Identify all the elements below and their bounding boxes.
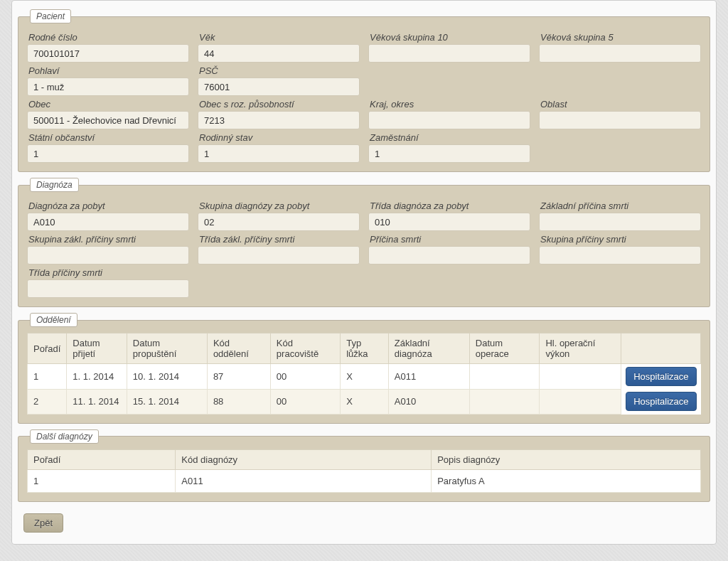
field-obec-roz: Obec s roz. působností [198,99,360,129]
field-vek-skupina-5: Věková skupina 5 [539,32,701,63]
input-pricina-smrti[interactable] [368,246,530,265]
hospitalizace-button[interactable]: Hospitalizace [626,367,696,386]
input-obec[interactable] [27,111,189,129]
label-vek: Věk [198,32,360,43]
legend-diagnoza: Diagnóza [30,178,79,192]
label-rodinny-stav: Rodinný stav [198,132,360,143]
th-poradi[interactable]: Pořadí [28,333,67,364]
input-vek-skupina-5[interactable] [539,44,701,63]
th-dd-popis[interactable]: Popis diagnózy [432,449,701,469]
field-statni-obcanstvi: Státní občanství [27,132,189,163]
input-trida-pricina-smrti[interactable] [27,279,189,298]
field-oblast: Oblast [539,99,701,129]
label-pricina-smrti: Příčina smrti [368,234,530,245]
field-vek-skupina-10: Věková skupina 10 [368,32,530,63]
label-zakl-pricina-smrti: Základní příčina smrti [539,201,701,211]
th-datum-propusteni[interactable]: Datum propuštění [127,333,207,364]
field-kraj-okres: Kraj, okres [368,99,530,129]
input-rodinny-stav[interactable] [198,144,360,163]
input-kraj-okres[interactable] [368,111,530,129]
input-zakl-pricina-smrti[interactable] [539,213,701,231]
table-row: 1A011Paratyfus A [28,469,701,492]
input-oblast[interactable] [539,111,701,129]
label-skup-zakl-pricina: Skupina zákl. příčiny smrti [27,234,189,245]
th-kod-oddeleni[interactable]: Kód oddělení [207,333,270,364]
th-typ-luzka[interactable]: Typ lůžka [341,333,389,364]
field-diag-pobyt: Diagnóza za pobyt [27,201,189,231]
field-zamestnani: Zaměstnání [368,132,530,163]
cell-kod_oddeleni: 88 [207,389,270,414]
input-skup-diag-pobyt[interactable] [198,213,360,231]
cell-kod_oddeleni: 87 [207,364,270,390]
field-obec: Obec [27,99,189,129]
label-obec: Obec [27,99,189,109]
field-zakl-pricina-smrti: Základní příčina smrti [539,201,701,231]
cell-action: Hospitalizace [621,389,701,414]
label-skup-diag-pobyt: Skupina diagnózy za pobyt [198,201,360,211]
label-trida-pricina-smrti: Třída příčiny smrti [27,267,189,278]
fieldset-oddeleni: Oddělení Pořadí Datum přijetí Datum prop… [18,313,710,424]
cell-poradi: 2 [28,389,67,414]
field-trida-diag-pobyt: Třída diagnóza za pobyt [368,201,530,231]
cell-kod: A011 [176,469,432,492]
field-vek: Věk [198,32,360,63]
cell-typ_luzka: X [341,389,389,414]
fieldset-diagnoza: Diagnóza Diagnóza za pobyt Skupina diagn… [18,178,710,307]
field-skup-zakl-pricina: Skupina zákl. příčiny smrti [27,234,189,265]
field-skup-pricina-smrti: Skupina příčiny smrti [539,234,701,265]
cell-hl_operacni_vykon [540,364,621,390]
table-row: 11. 1. 201410. 1. 20148700XA011Hospitali… [28,364,701,390]
label-rodne-cislo: Rodné číslo [27,32,189,43]
th-dd-kod[interactable]: Kód diagnózy [176,449,432,469]
cell-kod_pracoviste: 00 [270,389,340,414]
label-skup-pricina-smrti: Skupina příčiny smrti [539,234,701,245]
legend-dalsi-diagnozy: Další diagnózy [30,429,99,444]
field-trida-pricina-smrti: Třída příčiny smrti [27,267,189,298]
input-vek[interactable] [198,44,360,63]
th-datum-operace[interactable]: Datum operace [469,333,540,364]
input-rodne-cislo[interactable] [27,44,189,63]
table-oddeleni: Pořadí Datum přijetí Datum propuštění Kó… [27,333,701,415]
cell-popis: Paratyfus A [432,469,701,492]
back-button[interactable]: Zpět [23,513,63,533]
input-skup-pricina-smrti[interactable] [539,246,701,265]
cell-action: Hospitalizace [621,364,701,390]
field-psc: PSČ [198,65,360,96]
input-psc[interactable] [198,78,360,96]
cell-datum_operace [469,389,540,414]
input-diag-pobyt[interactable] [27,213,189,231]
th-datum-prijeti[interactable]: Datum přijetí [67,333,127,364]
field-skup-diag-pobyt: Skupina diagnózy za pobyt [198,201,360,231]
input-pohlavi[interactable] [27,78,189,96]
label-statni-obcanstvi: Státní občanství [27,132,189,143]
field-trida-zakl-pricina: Třída zákl. příčiny smrti [198,234,360,265]
label-kraj-okres: Kraj, okres [368,99,530,109]
field-rodinny-stav: Rodinný stav [198,132,360,163]
input-trida-diag-pobyt[interactable] [368,213,530,231]
cell-typ_luzka: X [341,364,389,390]
cell-zakladni_diagnoza: A010 [388,389,469,414]
legend-pacient: Pacient [30,9,71,23]
input-vek-skupina-10[interactable] [368,44,530,63]
cell-datum_propusteni: 15. 1. 2014 [127,389,207,414]
cell-datum_propusteni: 10. 1. 2014 [127,364,207,390]
th-dd-poradi[interactable]: Pořadí [28,449,176,469]
fieldset-dalsi-diagnozy: Další diagnózy Pořadí Kód diagnózy Popis… [18,429,710,502]
label-trida-zakl-pricina: Třída zákl. příčiny smrti [198,234,360,245]
cell-datum_prijeti: 1. 1. 2014 [67,364,127,390]
input-statni-obcanstvi[interactable] [27,144,189,163]
main-panel: Pacient Rodné číslo Věk Věková skupina 1… [11,0,717,545]
input-skup-zakl-pricina[interactable] [27,246,189,265]
input-trida-zakl-pricina[interactable] [198,246,360,265]
cell-kod_pracoviste: 00 [270,364,340,390]
cell-datum_prijeti: 11. 1. 2014 [67,389,127,414]
fieldset-pacient: Pacient Rodné číslo Věk Věková skupina 1… [18,9,710,172]
th-kod-pracoviste[interactable]: Kód pracoviště [270,333,340,364]
th-zakladni-diagnoza[interactable]: Základní diagnóza [388,333,469,364]
input-obec-roz[interactable] [198,111,360,129]
label-diag-pobyt: Diagnóza za pobyt [27,201,189,211]
cell-hl_operacni_vykon [540,389,621,414]
hospitalizace-button[interactable]: Hospitalizace [626,392,696,411]
th-hl-operacni-vykon[interactable]: Hl. operační výkon [540,333,621,364]
input-zamestnani[interactable] [368,144,530,163]
